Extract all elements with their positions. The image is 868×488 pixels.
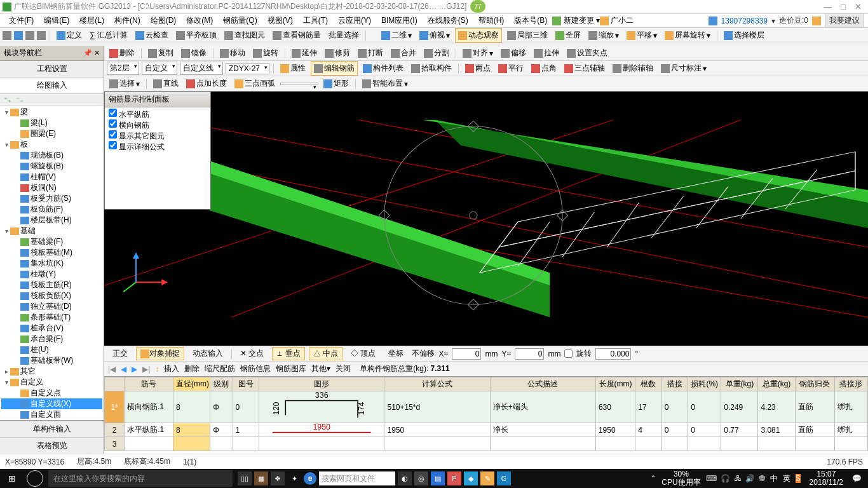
network-icon[interactable]: 🖧 [734,474,742,483]
chk-other-elem[interactable]: 显示其它图元 [109,130,207,141]
component-tree[interactable]: ▾梁 梁(L) 圈梁(E) ▾板 现浇板(B) 螺旋板(B) 柱帽(V) 板洞(… [0,105,104,420]
minimize-button[interactable]: ― [824,2,832,11]
extend-button[interactable]: 延伸 [289,46,320,60]
orbit-button[interactable]: 动态观察 [455,28,502,43]
expand-icon[interactable]: ⁺₊ [4,95,11,104]
volume-icon[interactable]: 🔊 [745,474,755,483]
align-button[interactable]: 对齐▾ [460,46,496,60]
save-icon[interactable] [14,31,23,40]
split-button[interactable]: 分割 [421,46,452,60]
browser-search[interactable]: 搜索网页和文件 [319,471,395,485]
app-icon-1[interactable]: ▦ [254,471,268,485]
suggest-button[interactable]: 我要建议 [825,13,864,28]
tab-single-input[interactable]: 单构件输入 [0,421,104,437]
table-row[interactable]: 3 [105,437,868,451]
delete-button[interactable]: 删除 [107,46,137,60]
app-icon-5[interactable]: ◎ [414,471,428,485]
three-point-aux-button[interactable]: 三点辅轴 [562,62,607,75]
app-icon-4[interactable]: ◐ [398,471,412,485]
sum-button[interactable]: ∑ 汇总计算 [87,29,130,42]
key-icon[interactable]: ⌨ [706,474,717,483]
delete-row-button[interactable]: 删除 [184,363,200,374]
tray-chevron[interactable]: ⌃ [650,474,656,483]
other-button[interactable]: 其他▾ [311,363,330,374]
menu-edit[interactable]: 编辑(E) [39,14,74,27]
flush-top-button[interactable]: 平齐板顶 [173,29,219,42]
pick-button[interactable]: 拾取构件 [409,62,454,75]
draw-option-select[interactable] [280,83,318,85]
taskview-icon[interactable]: ▯▯ [238,471,252,485]
stretch-button[interactable]: 拉伸 [531,46,562,60]
top-view-button[interactable]: 俯视▾ [417,29,452,42]
app-icon-3[interactable]: ✦ [287,471,301,485]
osnap-toggle[interactable]: 对象捕捉 [136,347,184,360]
floor-select[interactable]: 第2层 [107,62,139,75]
maximize-button[interactable]: □ [841,2,846,11]
2d-button[interactable]: 二维▾ [379,29,414,42]
user-button[interactable]: 广小二 [600,15,634,26]
point-length-button[interactable]: 点加长度 [184,77,229,90]
rebar-info-button[interactable]: 钢筋信息 [240,363,271,374]
menu-online[interactable]: 在线服务(S) [423,14,473,27]
batch-select-button[interactable]: 批量选择 [326,29,362,42]
notification-badge[interactable]: 77 [470,0,485,13]
rotate-input[interactable] [595,348,631,360]
table-row[interactable]: 2 水平纵筋.1 8 Φ 1 1950 1950净长 19504 00 0.77… [105,423,868,437]
menu-file[interactable]: 文件(F) [4,14,39,27]
app-icon-7[interactable]: P [447,471,461,485]
cross-snap[interactable]: ✕ 交点 [236,347,268,360]
taskbar-search[interactable]: 在这里输入你要搜索的内容 [48,470,233,487]
ime-2[interactable]: 英 [783,473,790,484]
insert-row-button[interactable]: 插入 [164,363,179,374]
property-button[interactable]: 属性 [278,62,308,75]
chk-detail-formula[interactable]: 显示详细公式 [109,141,207,152]
rebar-atlas-button[interactable]: 钢筋图库 [276,363,306,374]
app-icon-10[interactable]: G [497,471,511,485]
perp-snap[interactable]: ⊥ 垂点 [272,347,304,360]
redo-icon[interactable] [37,31,46,40]
grip-button[interactable]: 设置夹点 [564,46,610,60]
viewport-3d[interactable]: 钢筋显示控制面板 水平纵筋 横向钢筋 显示其它图元 显示详细公式 [104,92,868,346]
bell-icon[interactable] [812,17,821,25]
collapse-icon[interactable]: ⁻₋ [16,95,24,104]
table-row[interactable]: 1* 横向钢筋.1 8 Φ 0 336120174 510+15*d净长+端头 … [105,391,868,423]
first-icon[interactable]: |◀ [108,365,116,374]
next-icon[interactable]: ▶ [132,365,137,374]
cloud-check-button[interactable]: 云检查 [133,29,171,42]
merge-button[interactable]: 合并 [388,46,419,60]
line-button[interactable]: 直线 [151,77,181,90]
view-rebar-button[interactable]: 查看钢筋量 [270,29,323,42]
cortana-icon[interactable] [27,470,43,487]
category-select[interactable]: 自定义 [142,62,177,75]
component-list-button[interactable]: 构件列表 [360,62,406,75]
chk-horiz-rebar[interactable]: 水平纵筋 [109,109,207,119]
menu-draw[interactable]: 绘图(D) [146,14,182,27]
menu-cloud[interactable]: 云应用(Y) [333,14,376,27]
vertex-snap[interactable]: ◇ 顶点 [346,347,380,360]
y-input[interactable] [515,348,544,360]
local3d-button[interactable]: 局部三维 [505,29,550,42]
headset-icon[interactable]: 🎧 [721,474,730,483]
offset-mode-select[interactable]: 不偏移 [412,348,435,359]
x-input[interactable] [452,348,481,360]
sogou-icon[interactable]: S [796,474,801,483]
menu-rebar[interactable]: 钢筋量(Q) [218,14,262,27]
hdd-icon[interactable]: ⛃ [759,474,765,483]
type-select[interactable]: 自定义线 [180,62,223,75]
sort-icon[interactable]: ↕ [155,365,159,374]
define-button[interactable]: 定义 [54,29,85,42]
action-center-icon[interactable]: 💬 [852,474,862,483]
dyn-toggle[interactable]: 动态输入 [188,347,227,360]
coord-snap[interactable]: 坐标 [384,347,408,360]
copy-button[interactable]: 复制 [146,46,176,60]
code-select[interactable]: ZDYX-27 [226,63,269,74]
taskbar-clock[interactable]: 15:072018/11/2 [810,470,843,487]
phone-number[interactable]: 13907298339 [721,17,768,25]
delete-aux-button[interactable]: 删除辅轴 [610,62,656,75]
pan-button[interactable]: 平移▾ [624,29,660,42]
menu-floor[interactable]: 楼层(L) [74,14,109,27]
rotate-button[interactable]: 旋转 [250,46,281,60]
smart-layout-button[interactable]: 智能布置▾ [360,77,410,90]
undo-icon[interactable] [25,31,34,40]
ortho-toggle[interactable]: 正交 [108,347,132,360]
